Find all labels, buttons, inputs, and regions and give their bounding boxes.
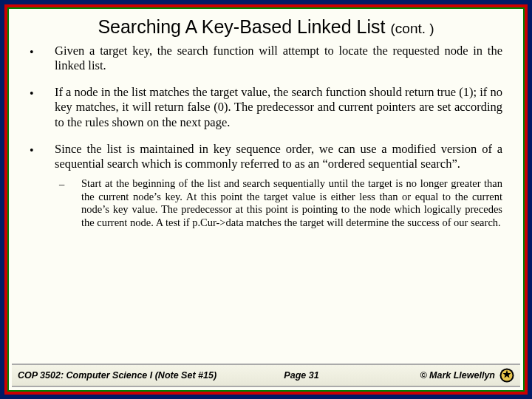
slide-content: • Given a target key, the search functio… <box>9 44 523 364</box>
sub-bullet-item: – Start at the beginning of the list and… <box>59 177 502 230</box>
footer-page: Page 31 <box>231 370 372 381</box>
slide-body: Searching A Key-Based Linked List (cont.… <box>7 7 525 392</box>
title-main: Searching A Key-Based Linked List <box>98 16 385 37</box>
bullet-item: • Given a target key, the search functio… <box>30 44 502 73</box>
bullet-marker: • <box>30 85 55 129</box>
footer-course: COP 3502: Computer Science I (Note Set #… <box>18 370 231 381</box>
bullet-text: Since the list is maintained in key sequ… <box>55 142 502 171</box>
slide-title: Searching A Key-Based Linked List (cont.… <box>9 9 523 44</box>
slide-border-outer: Searching A Key-Based Linked List (cont.… <box>0 0 532 399</box>
bullet-marker: • <box>30 44 55 73</box>
bullet-marker: • <box>30 142 55 171</box>
bullet-item: • If a node in the list matches the targ… <box>30 85 502 129</box>
footer-wrap: COP 3502: Computer Science I (Note Set #… <box>9 364 523 390</box>
bullet-text: If a node in the list matches the target… <box>55 85 502 129</box>
footer-author-wrap: © Mark Llewellyn <box>372 368 514 383</box>
bullet-item: • Since the list is maintained in key se… <box>30 142 502 171</box>
slide-footer: COP 3502: Computer Science I (Note Set #… <box>12 364 520 387</box>
title-cont: (cont. ) <box>390 21 434 36</box>
slide-border-mid: Searching A Key-Based Linked List (cont.… <box>4 4 528 395</box>
sub-bullet-marker: – <box>59 177 81 230</box>
ucf-logo-icon <box>499 368 514 383</box>
sub-bullet-text: Start at the beginning of the list and s… <box>81 177 502 230</box>
bullet-text: Given a target key, the search function … <box>55 44 502 73</box>
footer-author: © Mark Llewellyn <box>420 370 495 381</box>
